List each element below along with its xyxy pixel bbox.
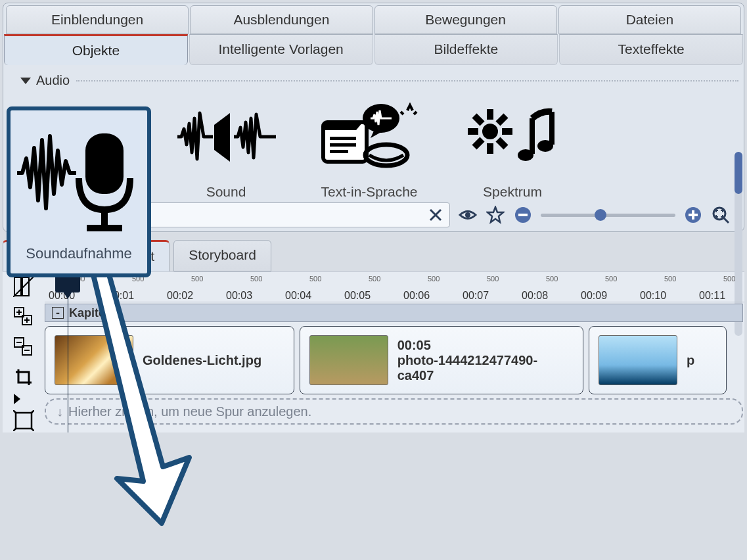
group-title: Audio — [36, 73, 70, 88]
chapter-collapse-icon[interactable]: - — [52, 307, 64, 319]
ruler-tick: 00:08 — [522, 290, 548, 302]
ruler-subtick: 500 — [664, 275, 676, 283]
star-icon[interactable] — [486, 205, 505, 225]
obj-tts-label: Text-in-Sprache — [321, 184, 417, 200]
tool-remove-track-icon[interactable] — [12, 335, 35, 359]
ruler-tick: 00:04 — [285, 290, 311, 302]
tab-fadein[interactable]: Einblendungen — [6, 5, 189, 34]
svg-rect-25 — [85, 133, 124, 194]
clip-item[interactable]: p — [589, 326, 727, 394]
svg-line-14 — [498, 116, 506, 124]
tab-objects[interactable]: Objekte — [4, 34, 188, 65]
tool-tracks-icon[interactable] — [12, 275, 35, 298]
obj-spectrum-label: Spektrum — [483, 184, 542, 200]
zoom-out-button[interactable] — [513, 205, 533, 225]
tool-add-track-icon[interactable] — [12, 305, 35, 329]
group-divider — [76, 80, 738, 82]
down-arrow-icon: ↓ — [57, 404, 63, 419]
ruler-tick: 00:10 — [640, 290, 666, 302]
svg-line-13 — [474, 139, 482, 147]
obj-tts[interactable]: Text-in-Sprache — [307, 95, 432, 200]
svg-rect-2 — [330, 143, 356, 147]
ruler-subtick: 500 — [546, 275, 558, 283]
ruler-subtick: 500 — [250, 275, 262, 283]
svg-line-24 — [724, 218, 729, 223]
clip-thumbnail — [599, 335, 677, 385]
zoom-knob[interactable] — [595, 209, 606, 221]
clip-filename: photo-1444212477490-ca407 — [397, 353, 574, 383]
svg-point-17 — [465, 212, 470, 218]
svg-rect-41 — [16, 413, 32, 429]
svg-line-12 — [498, 139, 506, 147]
ruler-tick: 00:07 — [463, 290, 489, 302]
svg-rect-1 — [330, 137, 356, 140]
tab-container: Einblendungen Ausblendungen Bewegungen D… — [3, 3, 744, 65]
zoom-fit-icon[interactable] — [711, 205, 731, 225]
svg-point-6 — [482, 124, 498, 139]
tab-motion[interactable]: Bewegungen — [374, 5, 557, 34]
timeline-toolcol — [3, 272, 45, 432]
zoom-in-button[interactable] — [683, 205, 703, 225]
tab-storyboard[interactable]: Storyboard — [173, 240, 271, 271]
tab-templates[interactable]: Intelligente Vorlagen — [189, 34, 373, 65]
zoom-track — [541, 214, 675, 217]
svg-point-23 — [713, 208, 725, 220]
spectrum-icon — [460, 95, 565, 180]
ruler-subtick: 500 — [369, 275, 380, 283]
tab-files[interactable]: Dateien — [558, 5, 741, 34]
ruler-tick: 00:03 — [226, 290, 252, 302]
tab-imagefx[interactable]: Bildeffekte — [374, 34, 558, 65]
scrollbar-thumb[interactable] — [735, 152, 742, 194]
svg-rect-3 — [330, 150, 348, 153]
obj-spectrum[interactable]: Spektrum — [450, 95, 575, 200]
microphone-wave-icon — [13, 122, 145, 240]
clip-time: 00:05 — [397, 338, 574, 353]
svg-point-15 — [518, 149, 533, 161]
drag-preview-label: Soundaufnahme — [26, 245, 131, 262]
tool-play-icon[interactable] — [14, 394, 20, 404]
tabs-bottom-row: Objekte Intelligente Vorlagen Bildeffekt… — [3, 34, 744, 65]
eye-icon[interactable] — [458, 205, 478, 225]
ruler-subtick: 500 — [605, 275, 617, 283]
tabs-top-row: Einblendungen Ausblendungen Bewegungen D… — [3, 3, 744, 34]
ruler-subtick: 500 — [487, 275, 499, 283]
ruler-subtick: 500 — [723, 275, 735, 283]
clip-filename: p — [687, 353, 694, 368]
clip-meta: 00:05photo-1444212477490-ca407 — [397, 338, 574, 383]
drag-preview-soundaufnahme[interactable]: Soundaufnahme — [7, 106, 151, 277]
svg-line-30 — [13, 276, 34, 297]
clip-item[interactable]: 00:05photo-1444212477490-ca407 — [300, 326, 583, 394]
svg-rect-22 — [692, 210, 694, 220]
collapse-triangle-icon — [20, 78, 31, 84]
drag-arrow-indicator — [78, 271, 209, 534]
tool-crop-icon[interactable] — [12, 365, 35, 389]
clip-meta: p — [687, 353, 694, 368]
ruler-tick: 00:11 — [699, 290, 725, 302]
clip-thumbnail — [309, 335, 388, 385]
clear-search-icon[interactable] — [426, 205, 445, 225]
tool-bounds-icon[interactable] — [12, 409, 35, 432]
obj-sound[interactable]: Sound — [164, 95, 288, 200]
svg-line-11 — [474, 116, 482, 124]
tab-fadeout[interactable]: Ausblendungen — [190, 5, 373, 34]
tts-icon — [317, 95, 422, 180]
ruler-tick: 00:06 — [403, 290, 430, 302]
obj-sound-label: Sound — [206, 184, 246, 200]
svg-point-16 — [537, 140, 553, 152]
speaker-wave-icon — [173, 95, 279, 180]
ruler-subtick: 500 — [428, 275, 440, 283]
ruler-tick: 00:05 — [344, 290, 371, 302]
svg-rect-19 — [518, 214, 528, 216]
zoom-slider[interactable] — [541, 214, 675, 217]
group-header-audio[interactable]: Audio — [20, 73, 738, 88]
ruler-tick: 00:09 — [581, 290, 607, 302]
tab-textfx[interactable]: Texteffekte — [559, 34, 743, 65]
ruler-subtick: 500 — [309, 275, 321, 283]
